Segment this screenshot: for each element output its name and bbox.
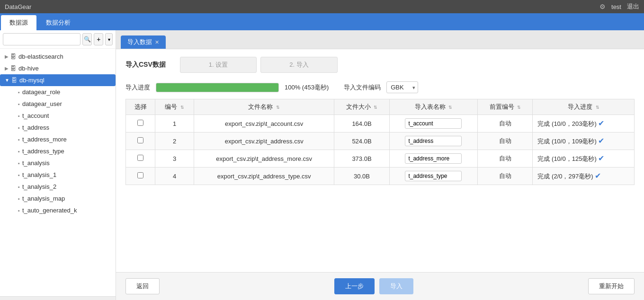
sidebar-item-label: t_analysis_2 (22, 183, 56, 190)
sort-arrows-progress: ⇅ (596, 105, 599, 110)
col-number[interactable]: 编号 ⇅ (155, 99, 194, 115)
col-prefix[interactable]: 前置编号 ⇅ (478, 99, 533, 115)
sidebar-item-db-elasticsearch[interactable]: ▶ 🗄 db-elasticsearch (0, 51, 116, 62)
table-icon: ▪ (18, 101, 20, 107)
encoding-label: 导入文件编码 (344, 83, 381, 92)
tablename-input-2[interactable] (405, 153, 462, 164)
inner-content: 导入CSV数据 1. 设置 2. 导入 导入进度 100% (453毫秒) 导入… (116, 49, 644, 272)
table-icon: ▪ (18, 125, 20, 131)
sidebar-item-t-analysis-1[interactable]: ▪ t_analysis_1 (13, 169, 116, 181)
dropdown-button[interactable]: ▾ (105, 33, 113, 45)
bottom-left: 返回 (125, 278, 160, 294)
tab-datasource[interactable]: 数据源 (1, 15, 36, 30)
content-tab-import[interactable]: 导入数据 ✕ (121, 35, 166, 49)
row-checkbox-0[interactable] (137, 120, 143, 126)
tab-analysis[interactable]: 数据分析 (37, 15, 79, 30)
sidebar-item-t-analysis-2[interactable]: ▪ t_analysis_2 (13, 181, 116, 193)
import-csv-label: 导入CSV数据 (125, 61, 166, 69)
complete-icon: ✔ (595, 172, 601, 180)
db-icon: 🗄 (10, 65, 16, 72)
cell-select (126, 150, 155, 168)
sidebar-item-label: t_analysis (22, 159, 50, 167)
cell-prefix: 自动 (478, 150, 533, 168)
cell-filesize: 373.0B (334, 150, 389, 168)
table-icon: ▪ (18, 149, 20, 154)
search-button[interactable]: 🔍 (82, 33, 92, 45)
cell-tablename (389, 132, 478, 150)
table-row: 1 export_csv.zip\t_account.csv 164.0B 自动… (126, 115, 635, 132)
cell-select (126, 168, 155, 185)
restart-button[interactable]: 重新开始 (588, 278, 635, 294)
tablename-input-3[interactable] (405, 171, 462, 181)
row-checkbox-3[interactable] (137, 172, 143, 178)
sort-arrows-filename: ⇅ (276, 105, 280, 110)
settings-icon[interactable]: ⚙ (599, 3, 606, 10)
col-progress[interactable]: 导入进度 ⇅ (533, 99, 635, 115)
row-checkbox-2[interactable] (137, 155, 143, 161)
table-icon: ▪ (18, 113, 20, 119)
sidebar-item-datagear-role[interactable]: ▪ datagear_role (13, 86, 116, 98)
sidebar-item-t-analysis[interactable]: ▪ t_analysis (13, 157, 116, 169)
sidebar-item-db-hive[interactable]: ▶ 🗄 db-hive (0, 62, 116, 74)
col-tablename[interactable]: 导入表名称 ⇅ (389, 99, 478, 115)
top-bar-right: ⚙ test 退出 (599, 2, 639, 11)
sidebar-item-db-mysql[interactable]: ▼ 🗄 db-mysql (0, 74, 116, 86)
content-area: 导入数据 ✕ 导入CSV数据 1. 设置 2. 导入 导入进度 100% (45… (116, 30, 644, 300)
sidebar-item-t-account[interactable]: ▪ t_account (13, 110, 116, 122)
sidebar-hscroll (0, 296, 116, 300)
sidebar-search-bar: 🔍 + ▾ (0, 30, 116, 49)
sidebar-item-t-address[interactable]: ▪ t_address (13, 122, 116, 133)
sidebar-item-t-address-type[interactable]: ▪ t_address_type (13, 145, 116, 157)
sidebar-item-datagear-user[interactable]: ▪ datagear_user (13, 98, 116, 110)
col-filesize[interactable]: 文件大小 ⇅ (334, 99, 389, 115)
sidebar-item-label: datagear_role (22, 88, 60, 96)
sidebar-item-label: t_address (22, 124, 49, 131)
top-bar: DataGear ⚙ test 退出 (0, 0, 644, 13)
tab-close-icon[interactable]: ✕ (155, 39, 159, 45)
app-title: DataGear (5, 3, 31, 10)
cell-progress: 完成 (10/0，109毫秒) ✔ (533, 132, 635, 150)
cell-select (126, 132, 155, 150)
import-button[interactable]: 导入 (379, 278, 413, 294)
cell-progress: 完成 (10/0，125毫秒) ✔ (533, 150, 635, 168)
table-icon: ▪ (18, 208, 20, 213)
sidebar-item-t-analysis-map[interactable]: ▪ t_analysis_map (13, 193, 116, 204)
table-icon: ▪ (18, 184, 20, 190)
cell-num: 3 (155, 150, 194, 168)
add-button[interactable]: + (94, 33, 103, 45)
progress-bar-fill (156, 83, 278, 92)
table-icon: ▪ (18, 137, 20, 142)
cell-filename: export_csv.zip\t_account.csv (194, 115, 334, 132)
tablename-input-0[interactable] (405, 118, 462, 129)
sidebar-item-label: t_analysis_map (22, 195, 65, 202)
step1-button[interactable]: 1. 设置 (180, 57, 257, 73)
tablename-input-1[interactable] (405, 136, 462, 146)
col-filename[interactable]: 文件名称 ⇅ (194, 99, 334, 115)
table-row: 3 export_csv.zip\t_address_more.csv 373.… (126, 150, 635, 168)
sidebar-tree: ▶ 🗄 db-elasticsearch ▶ 🗄 db-hive ▼ 🗄 db-… (0, 49, 116, 296)
encoding-select[interactable]: GBK UTF-8 (386, 81, 418, 93)
sidebar-item-t-address-more[interactable]: ▪ t_address_more (13, 133, 116, 145)
cell-select (126, 115, 155, 132)
cell-prefix: 自动 (478, 168, 533, 185)
cell-filename: export_csv.zip\t_address_type.csv (194, 168, 334, 185)
sidebar-item-label: t_analysis_1 (22, 171, 56, 178)
sidebar-item-label: t_address_more (22, 136, 67, 143)
table-icon: ▪ (18, 160, 20, 166)
step2-button[interactable]: 2. 导入 (260, 57, 337, 73)
search-input[interactable] (3, 33, 80, 45)
prev-step-button[interactable]: 上一步 (334, 278, 375, 294)
sidebar-item-label: t_account (22, 112, 49, 119)
sidebar-item-label: db-hive (18, 65, 39, 72)
logout-button[interactable]: 退出 (627, 2, 639, 11)
back-button[interactable]: 返回 (125, 278, 160, 294)
row-checkbox-1[interactable] (137, 137, 143, 143)
tab-label: 导入数据 (127, 38, 152, 46)
complete-icon: ✔ (598, 154, 604, 162)
progress-row: 导入进度 100% (453毫秒) 导入文件编码 GBK UTF-8 (125, 81, 635, 93)
arrow-icon: ▶ (5, 54, 9, 59)
bottom-bar: 返回 上一步 导入 重新开始 (116, 272, 644, 300)
sidebar-item-t-auto-generated[interactable]: ▪ t_auto_generated_k (13, 204, 116, 216)
cell-progress: 完成 (2/0，297毫秒) ✔ (533, 168, 635, 185)
db-icon: 🗄 (11, 77, 17, 84)
